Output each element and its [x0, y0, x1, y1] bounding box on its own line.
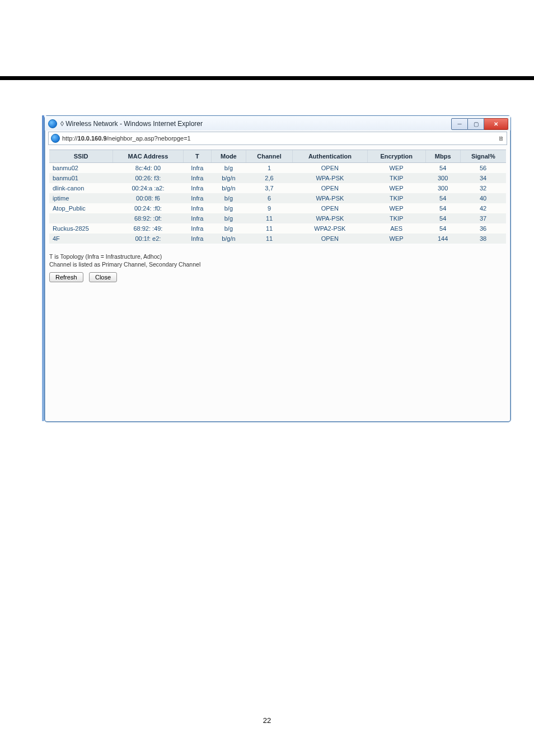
- ie-icon: [48, 119, 57, 128]
- cell-mac: 00:24:a :a2:: [113, 183, 183, 193]
- cell-mode: b/g: [211, 213, 246, 223]
- col-authentication[interactable]: Authentication: [293, 150, 367, 163]
- table-row[interactable]: 68:92: :0f:Infrab/g11WPA-PSKTKIP5437: [49, 213, 506, 223]
- cell-auth: OPEN: [293, 183, 367, 193]
- cell-t: Infra: [183, 234, 211, 244]
- col-mbps[interactable]: Mbps: [425, 150, 460, 163]
- refresh-button[interactable]: Refresh: [49, 272, 83, 282]
- table-row[interactable]: banmu028c:4d: 00Infrab/g1OPENWEP5456: [49, 163, 506, 174]
- cell-mbps: 300: [425, 173, 460, 183]
- close-button[interactable]: ✕: [484, 118, 508, 130]
- cell-signal: 36: [460, 223, 506, 234]
- cell-enc: TKIP: [367, 213, 425, 223]
- col-channel[interactable]: Channel: [246, 150, 293, 163]
- cell-mode: b/g/n: [211, 173, 246, 183]
- cell-ssid: 4F: [49, 234, 113, 244]
- cell-mode: b/g/n: [211, 183, 246, 193]
- cell-mbps: 54: [425, 163, 460, 174]
- cell-auth: OPEN: [293, 234, 367, 244]
- cell-mac: 68:92: :49:: [113, 223, 183, 234]
- col-signal-[interactable]: Signal%: [460, 150, 506, 163]
- table-row[interactable]: Ruckus-282568:92: :49:Infrab/g11WPA2-PSK…: [49, 223, 506, 234]
- cell-auth: WPA2-PSK: [293, 223, 367, 234]
- window-title: ◊ Wireless Network - Windows Internet Ex…: [60, 120, 451, 128]
- cell-enc: WEP: [367, 163, 425, 174]
- cell-ssid: banmu02: [49, 163, 113, 174]
- cell-mbps: 54: [425, 213, 460, 223]
- cell-signal: 38: [460, 234, 506, 244]
- url-text: http://10.0.160.9/neighbor_ap.asp?neborp…: [62, 135, 496, 142]
- page-icon: 🗎: [496, 135, 505, 142]
- cell-channel: 6: [246, 193, 293, 203]
- cell-mac: 00:24: :f0:: [113, 203, 183, 213]
- cell-mode: b/g/n: [211, 234, 246, 244]
- cell-signal: 37: [460, 213, 506, 223]
- cell-mbps: 54: [425, 223, 460, 234]
- cell-auth: WPA-PSK: [293, 173, 367, 183]
- cell-ssid: Ruckus-2825: [49, 223, 113, 234]
- cell-channel: 11: [246, 213, 293, 223]
- favicon-icon: [51, 134, 60, 143]
- table-row[interactable]: iptime00:08: f6Infrab/g6WPA-PSKTKIP5440: [49, 193, 506, 203]
- cell-enc: AES: [367, 223, 425, 234]
- table-row[interactable]: 4F00:1f: e2:Infrab/g/n11OPENWEP14438: [49, 234, 506, 244]
- col-mode[interactable]: Mode: [211, 150, 246, 163]
- cell-ssid: dlink-canon: [49, 183, 113, 193]
- cell-mac: 8c:4d: 00: [113, 163, 183, 174]
- cell-mbps: 54: [425, 193, 460, 203]
- cell-enc: WEP: [367, 203, 425, 213]
- address-bar[interactable]: http://10.0.160.9/neighbor_ap.asp?neborp…: [48, 132, 507, 145]
- cell-mode: b/g: [211, 203, 246, 213]
- cell-signal: 40: [460, 193, 506, 203]
- cell-ssid: Atop_Public: [49, 203, 113, 213]
- cell-ssid: [49, 213, 113, 223]
- footnote: T is Topology (Infra = Infrastructure, A…: [45, 249, 510, 269]
- col-mac-address[interactable]: MAC Address: [113, 150, 183, 163]
- col-encryption[interactable]: Encryption: [367, 150, 425, 163]
- cell-mbps: 300: [425, 183, 460, 193]
- cell-t: Infra: [183, 163, 211, 174]
- cell-t: Infra: [183, 193, 211, 203]
- cell-mode: b/g: [211, 223, 246, 234]
- titlebar: ◊ Wireless Network - Windows Internet Ex…: [45, 116, 510, 130]
- cell-channel: 9: [246, 203, 293, 213]
- cell-enc: TKIP: [367, 173, 425, 183]
- cell-auth: WPA-PSK: [293, 213, 367, 223]
- cell-t: Infra: [183, 213, 211, 223]
- cell-t: Infra: [183, 173, 211, 183]
- cell-t: Infra: [183, 203, 211, 213]
- minimize-button[interactable]: ─: [451, 118, 468, 130]
- cell-mac: 00:26: f3:: [113, 173, 183, 183]
- cell-mac: 00:08: f6: [113, 193, 183, 203]
- page-number: 22: [0, 716, 534, 725]
- browser-window: ◊ Wireless Network - Windows Internet Ex…: [44, 115, 511, 422]
- col-t[interactable]: T: [183, 150, 211, 163]
- cell-t: Infra: [183, 183, 211, 193]
- cell-auth: OPEN: [293, 163, 367, 174]
- cell-signal: 34: [460, 173, 506, 183]
- cell-channel: 11: [246, 223, 293, 234]
- cell-mode: b/g: [211, 163, 246, 174]
- cell-channel: 1: [246, 163, 293, 174]
- table-row[interactable]: dlink-canon00:24:a :a2:Infrab/g/n3,7OPEN…: [49, 183, 506, 193]
- close-page-button[interactable]: Close: [89, 272, 117, 282]
- cell-auth: WPA-PSK: [293, 193, 367, 203]
- cell-enc: TKIP: [367, 193, 425, 203]
- cell-ssid: banmu01: [49, 173, 113, 183]
- cell-ssid: iptime: [49, 193, 113, 203]
- cell-signal: 42: [460, 203, 506, 213]
- maximize-button[interactable]: ▢: [468, 118, 484, 130]
- cell-mac: 68:92: :0f:: [113, 213, 183, 223]
- cell-mac: 00:1f: e2:: [113, 234, 183, 244]
- cell-mode: b/g: [211, 193, 246, 203]
- cell-channel: 3,7: [246, 183, 293, 193]
- col-ssid[interactable]: SSID: [49, 150, 113, 163]
- wifi-table: SSIDMAC AddressTModeChannelAuthenticatio…: [49, 150, 506, 244]
- cell-t: Infra: [183, 223, 211, 234]
- table-row[interactable]: Atop_Public00:24: :f0:Infrab/g9OPENWEP54…: [49, 203, 506, 213]
- cell-enc: WEP: [367, 234, 425, 244]
- cell-channel: 11: [246, 234, 293, 244]
- cell-signal: 32: [460, 183, 506, 193]
- table-row[interactable]: banmu0100:26: f3:Infrab/g/n2,6WPA-PSKTKI…: [49, 173, 506, 183]
- cell-signal: 56: [460, 163, 506, 174]
